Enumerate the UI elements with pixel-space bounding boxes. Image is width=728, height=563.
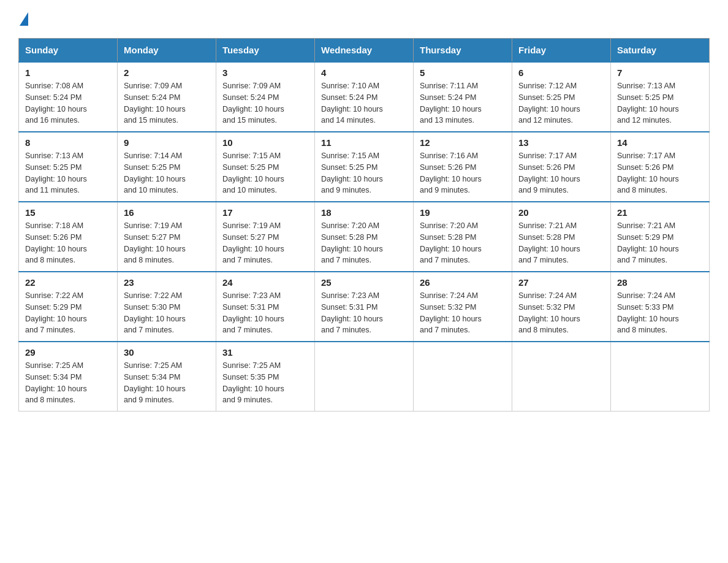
calendar-cell: 31Sunrise: 7:25 AMSunset: 5:35 PMDayligh… <box>216 342 315 412</box>
day-info: Sunrise: 7:25 AMSunset: 5:34 PMDaylight:… <box>124 360 210 406</box>
day-number: 1 <box>25 67 111 78</box>
day-number: 19 <box>420 207 506 218</box>
day-info: Sunrise: 7:14 AMSunset: 5:25 PMDaylight:… <box>124 150 210 196</box>
day-info: Sunrise: 7:24 AMSunset: 5:33 PMDaylight:… <box>617 290 703 336</box>
column-header-tuesday: Tuesday <box>216 39 315 63</box>
calendar-cell: 28Sunrise: 7:24 AMSunset: 5:33 PMDayligh… <box>611 272 710 342</box>
week-row-5: 29Sunrise: 7:25 AMSunset: 5:34 PMDayligh… <box>19 342 710 412</box>
day-number: 21 <box>617 207 703 218</box>
day-info: Sunrise: 7:19 AMSunset: 5:27 PMDaylight:… <box>222 220 308 266</box>
page-header <box>18 12 710 26</box>
calendar-cell <box>512 342 611 412</box>
day-info: Sunrise: 7:15 AMSunset: 5:25 PMDaylight:… <box>321 150 407 196</box>
day-info: Sunrise: 7:25 AMSunset: 5:35 PMDaylight:… <box>222 360 308 406</box>
calendar-cell: 1Sunrise: 7:08 AMSunset: 5:24 PMDaylight… <box>19 62 118 132</box>
day-number: 3 <box>222 67 308 78</box>
calendar-cell: 5Sunrise: 7:11 AMSunset: 5:24 PMDaylight… <box>414 62 512 132</box>
calendar-cell: 9Sunrise: 7:14 AMSunset: 5:25 PMDaylight… <box>118 132 216 202</box>
day-number: 5 <box>420 67 506 78</box>
calendar-cell: 18Sunrise: 7:20 AMSunset: 5:28 PMDayligh… <box>315 202 414 272</box>
day-number: 4 <box>321 67 407 78</box>
calendar-cell: 30Sunrise: 7:25 AMSunset: 5:34 PMDayligh… <box>118 342 216 412</box>
day-info: Sunrise: 7:11 AMSunset: 5:24 PMDaylight:… <box>420 80 506 126</box>
day-info: Sunrise: 7:25 AMSunset: 5:34 PMDaylight:… <box>25 360 111 406</box>
day-info: Sunrise: 7:21 AMSunset: 5:29 PMDaylight:… <box>617 220 703 266</box>
day-number: 10 <box>222 137 308 148</box>
day-info: Sunrise: 7:24 AMSunset: 5:32 PMDaylight:… <box>420 290 506 336</box>
day-info: Sunrise: 7:08 AMSunset: 5:24 PMDaylight:… <box>25 80 111 126</box>
day-info: Sunrise: 7:19 AMSunset: 5:27 PMDaylight:… <box>124 220 210 266</box>
day-info: Sunrise: 7:17 AMSunset: 5:26 PMDaylight:… <box>518 150 604 196</box>
day-info: Sunrise: 7:23 AMSunset: 5:31 PMDaylight:… <box>321 290 407 336</box>
calendar-cell: 17Sunrise: 7:19 AMSunset: 5:27 PMDayligh… <box>216 202 315 272</box>
week-row-3: 15Sunrise: 7:18 AMSunset: 5:26 PMDayligh… <box>19 202 710 272</box>
day-number: 8 <box>25 137 111 148</box>
calendar-cell <box>315 342 414 412</box>
calendar-cell <box>611 342 710 412</box>
day-info: Sunrise: 7:21 AMSunset: 5:28 PMDaylight:… <box>518 220 604 266</box>
day-number: 28 <box>617 277 703 288</box>
day-number: 16 <box>124 207 210 218</box>
column-header-thursday: Thursday <box>414 39 512 63</box>
column-header-sunday: Sunday <box>19 39 118 63</box>
calendar-cell: 3Sunrise: 7:09 AMSunset: 5:24 PMDaylight… <box>216 62 315 132</box>
day-number: 24 <box>222 277 308 288</box>
calendar-cell: 19Sunrise: 7:20 AMSunset: 5:28 PMDayligh… <box>414 202 512 272</box>
day-number: 26 <box>420 277 506 288</box>
week-row-4: 22Sunrise: 7:22 AMSunset: 5:29 PMDayligh… <box>19 272 710 342</box>
calendar-cell: 22Sunrise: 7:22 AMSunset: 5:29 PMDayligh… <box>19 272 118 342</box>
calendar-cell: 13Sunrise: 7:17 AMSunset: 5:26 PMDayligh… <box>512 132 611 202</box>
day-info: Sunrise: 7:16 AMSunset: 5:26 PMDaylight:… <box>420 150 506 196</box>
day-info: Sunrise: 7:15 AMSunset: 5:25 PMDaylight:… <box>222 150 308 196</box>
day-number: 17 <box>222 207 308 218</box>
day-info: Sunrise: 7:09 AMSunset: 5:24 PMDaylight:… <box>124 80 210 126</box>
calendar-cell: 15Sunrise: 7:18 AMSunset: 5:26 PMDayligh… <box>19 202 118 272</box>
calendar-cell: 16Sunrise: 7:19 AMSunset: 5:27 PMDayligh… <box>118 202 216 272</box>
calendar-cell: 26Sunrise: 7:24 AMSunset: 5:32 PMDayligh… <box>414 272 512 342</box>
calendar-cell: 23Sunrise: 7:22 AMSunset: 5:30 PMDayligh… <box>118 272 216 342</box>
day-info: Sunrise: 7:10 AMSunset: 5:24 PMDaylight:… <box>321 80 407 126</box>
day-info: Sunrise: 7:22 AMSunset: 5:29 PMDaylight:… <box>25 290 111 336</box>
calendar-cell: 7Sunrise: 7:13 AMSunset: 5:25 PMDaylight… <box>611 62 710 132</box>
calendar-cell: 27Sunrise: 7:24 AMSunset: 5:32 PMDayligh… <box>512 272 611 342</box>
day-number: 30 <box>124 347 210 358</box>
calendar-cell: 20Sunrise: 7:21 AMSunset: 5:28 PMDayligh… <box>512 202 611 272</box>
day-number: 2 <box>124 67 210 78</box>
day-info: Sunrise: 7:12 AMSunset: 5:25 PMDaylight:… <box>518 80 604 126</box>
day-info: Sunrise: 7:09 AMSunset: 5:24 PMDaylight:… <box>222 80 308 126</box>
day-info: Sunrise: 7:20 AMSunset: 5:28 PMDaylight:… <box>321 220 407 266</box>
calendar-cell: 4Sunrise: 7:10 AMSunset: 5:24 PMDaylight… <box>315 62 414 132</box>
calendar-table: SundayMondayTuesdayWednesdayThursdayFrid… <box>18 38 710 412</box>
day-info: Sunrise: 7:18 AMSunset: 5:26 PMDaylight:… <box>25 220 111 266</box>
calendar-cell: 21Sunrise: 7:21 AMSunset: 5:29 PMDayligh… <box>611 202 710 272</box>
calendar-cell: 12Sunrise: 7:16 AMSunset: 5:26 PMDayligh… <box>414 132 512 202</box>
day-number: 14 <box>617 137 703 148</box>
column-header-saturday: Saturday <box>611 39 710 63</box>
column-header-wednesday: Wednesday <box>315 39 414 63</box>
calendar-cell: 8Sunrise: 7:13 AMSunset: 5:25 PMDaylight… <box>19 132 118 202</box>
logo-triangle-icon <box>20 12 28 26</box>
day-number: 29 <box>25 347 111 358</box>
calendar-cell: 2Sunrise: 7:09 AMSunset: 5:24 PMDaylight… <box>118 62 216 132</box>
calendar-cell: 29Sunrise: 7:25 AMSunset: 5:34 PMDayligh… <box>19 342 118 412</box>
day-number: 7 <box>617 67 703 78</box>
day-info: Sunrise: 7:13 AMSunset: 5:25 PMDaylight:… <box>25 150 111 196</box>
day-info: Sunrise: 7:23 AMSunset: 5:31 PMDaylight:… <box>222 290 308 336</box>
day-number: 25 <box>321 277 407 288</box>
calendar-cell <box>414 342 512 412</box>
column-header-friday: Friday <box>512 39 611 63</box>
column-header-monday: Monday <box>118 39 216 63</box>
day-number: 12 <box>420 137 506 148</box>
week-row-2: 8Sunrise: 7:13 AMSunset: 5:25 PMDaylight… <box>19 132 710 202</box>
day-number: 11 <box>321 137 407 148</box>
logo <box>18 12 28 26</box>
day-info: Sunrise: 7:13 AMSunset: 5:25 PMDaylight:… <box>617 80 703 126</box>
day-number: 27 <box>518 277 604 288</box>
day-number: 18 <box>321 207 407 218</box>
day-number: 20 <box>518 207 604 218</box>
day-info: Sunrise: 7:24 AMSunset: 5:32 PMDaylight:… <box>518 290 604 336</box>
day-number: 22 <box>25 277 111 288</box>
calendar-cell: 6Sunrise: 7:12 AMSunset: 5:25 PMDaylight… <box>512 62 611 132</box>
day-number: 23 <box>124 277 210 288</box>
day-number: 9 <box>124 137 210 148</box>
